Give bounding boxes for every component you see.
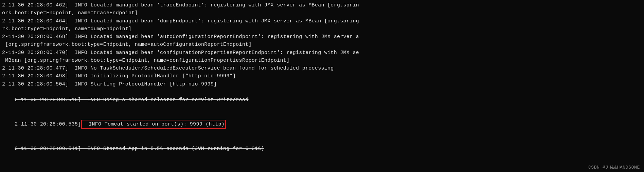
log-line: 2-11-30 20:28:00.493] INFO Initializing … [0, 72, 644, 80]
highlighted-log-line: 2-11-30 20:28:00.535] INFO Tomcat starte… [0, 112, 644, 137]
watermark: CSDN @JH&&HANDSOME [588, 165, 640, 170]
log-line: ork.boot:type=Endpoint, name=traceEndpoi… [0, 9, 644, 17]
log-line: 2-11-30 20:28:00.464] INFO Located manag… [0, 17, 644, 25]
log-line: rk.boot:type=Endpoint, name=dumpEndpoint… [0, 25, 644, 33]
log-line: 2-11-30 20:28:00.477] INFO No TaskSchedu… [0, 64, 644, 72]
strikethrough-line-2: 2-11-30 20:28:00.541] INFO Started App i… [0, 137, 644, 160]
strikethrough-line: 2-11-30 20:28:00.515] INFO Using a share… [0, 88, 644, 112]
strikethrough-text-2: 2-11-30 20:28:00.541] INFO Started App i… [15, 146, 264, 152]
log-line: [org.springframework.boot:type=Endpoint,… [0, 41, 644, 49]
log-line: 2-11-30 20:28:00.504] INFO Starting Prot… [0, 80, 644, 88]
log-line: 2-11-30 20:28:00.470] INFO Located manag… [0, 49, 644, 57]
strikethrough-text: 2-11-30 20:28:00.515] INFO Using a share… [15, 97, 248, 103]
log-line: MBean [org.springframework.boot:type=End… [0, 57, 644, 64]
timestamp-prefix: 2-11-30 20:28:00.535] [15, 121, 81, 127]
console-container: 2-11-30 20:28:00.462] INFO Located manag… [0, 0, 644, 172]
log-line: 2-11-30 20:28:00.462] INFO Located manag… [0, 1, 644, 9]
log-line: 2-11-30 20:28:00.468] INFO Located manag… [0, 33, 644, 41]
highlight-box: INFO Tomcat started on port(s): 9999 (ht… [81, 120, 226, 129]
